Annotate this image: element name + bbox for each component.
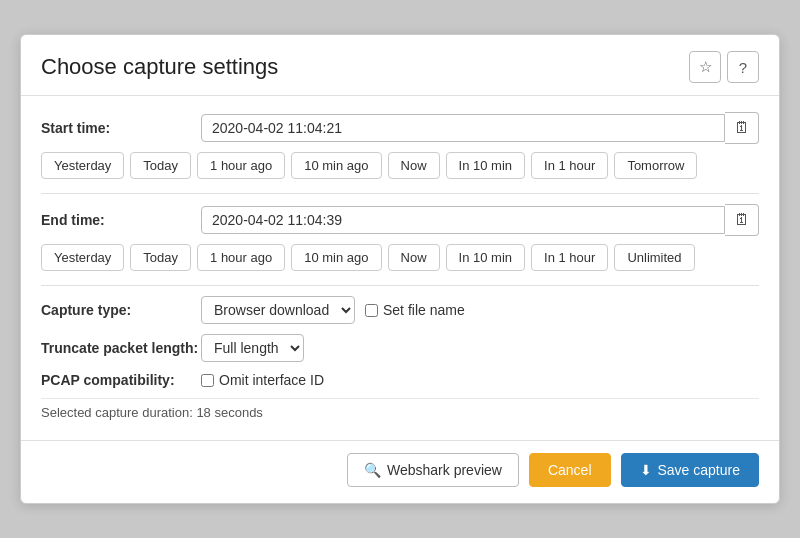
truncate-content: Full length 64 bytes 128 bytes 256 bytes [201,334,304,362]
help-button[interactable]: ? [727,51,759,83]
star-icon: ☆ [699,58,712,76]
help-icon: ? [739,59,747,76]
dialog-header: Choose capture settings ☆ ? [21,35,779,96]
end-preset-btn[interactable]: In 1 hour [531,244,608,271]
save-capture-button[interactable]: ⬇ Save capture [621,453,760,487]
set-filename-text: Set file name [383,302,465,318]
cancel-button[interactable]: Cancel [529,453,611,487]
end-preset-btn[interactable]: Yesterday [41,244,124,271]
status-row: Selected capture duration: 18 seconds [41,398,759,420]
start-preset-buttons: YesterdayToday1 hour ago10 min agoNowIn … [41,152,759,179]
start-preset-btn[interactable]: In 10 min [446,152,525,179]
start-preset-btn[interactable]: Now [388,152,440,179]
end-preset-btn[interactable]: In 10 min [446,244,525,271]
pcap-content: Omit interface ID [201,372,324,388]
start-preset-btn[interactable]: 10 min ago [291,152,381,179]
start-preset-btn[interactable]: Tomorrow [614,152,697,179]
calendar-icon: 🗓 [734,211,750,229]
truncate-select[interactable]: Full length 64 bytes 128 bytes 256 bytes [201,334,304,362]
end-preset-buttons: YesterdayToday1 hour ago10 min agoNowIn … [41,244,759,271]
star-button[interactable]: ☆ [689,51,721,83]
omit-interface-text: Omit interface ID [219,372,324,388]
capture-type-label: Capture type: [41,302,201,318]
download-icon: ⬇ [640,462,652,478]
pcap-label: PCAP compatibility: [41,372,201,388]
start-time-row: Start time: 🗓 [41,112,759,144]
dialog-footer: 🔍 Webshark preview Cancel ⬇ Save capture [21,440,779,503]
end-time-input[interactable] [201,206,725,234]
truncate-label: Truncate packet length: [41,340,201,356]
start-preset-btn[interactable]: Today [130,152,191,179]
end-preset-btn[interactable]: Unlimited [614,244,694,271]
dialog-body: Start time: 🗓 YesterdayToday1 hour ago10… [21,96,779,440]
start-time-label: Start time: [41,120,201,136]
start-preset-btn[interactable]: Yesterday [41,152,124,179]
calendar-icon: 🗓 [734,119,750,137]
end-time-input-wrap: 🗓 [201,204,759,236]
header-buttons: ☆ ? [689,51,759,83]
end-time-label: End time: [41,212,201,228]
webshark-label: Webshark preview [387,462,502,478]
capture-type-select[interactable]: Browser download Server file Stream [201,296,355,324]
start-time-input[interactable] [201,114,725,142]
capture-type-row: Capture type: Browser download Server fi… [41,296,759,324]
dialog-title: Choose capture settings [41,54,278,80]
options-divider [41,285,759,286]
end-time-row: End time: 🗓 [41,204,759,236]
set-filename-checkbox[interactable] [365,304,378,317]
end-preset-btn[interactable]: Today [130,244,191,271]
end-preset-btn[interactable]: Now [388,244,440,271]
end-preset-btn[interactable]: 10 min ago [291,244,381,271]
start-time-input-wrap: 🗓 [201,112,759,144]
start-preset-btn[interactable]: In 1 hour [531,152,608,179]
end-calendar-button[interactable]: 🗓 [725,204,759,236]
omit-interface-label[interactable]: Omit interface ID [201,372,324,388]
start-preset-btn[interactable]: 1 hour ago [197,152,285,179]
start-calendar-button[interactable]: 🗓 [725,112,759,144]
truncate-row: Truncate packet length: Full length 64 b… [41,334,759,362]
status-text: Selected capture duration: 18 seconds [41,405,263,420]
cancel-label: Cancel [548,462,592,478]
set-filename-label[interactable]: Set file name [365,302,465,318]
capture-settings-dialog: Choose capture settings ☆ ? Start time: … [20,34,780,504]
capture-type-content: Browser download Server file Stream Set … [201,296,465,324]
end-preset-btn[interactable]: 1 hour ago [197,244,285,271]
start-end-divider [41,193,759,194]
pcap-row: PCAP compatibility: Omit interface ID [41,372,759,388]
webshark-preview-button[interactable]: 🔍 Webshark preview [347,453,519,487]
save-label: Save capture [658,462,741,478]
search-icon: 🔍 [364,462,381,478]
omit-interface-checkbox[interactable] [201,374,214,387]
